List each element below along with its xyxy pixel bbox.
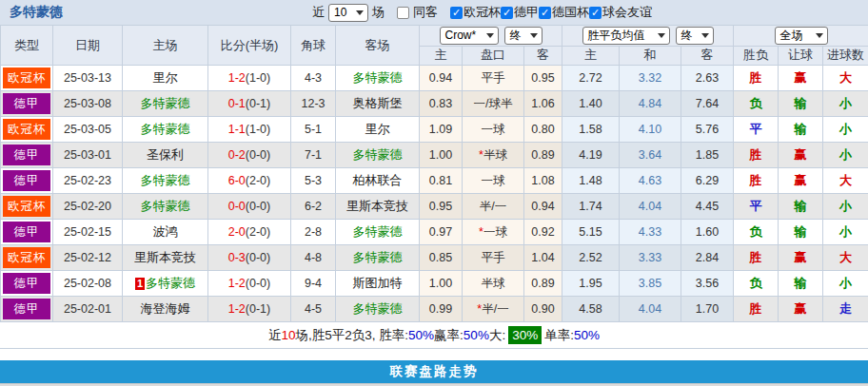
handicap-away-odds: 0.80	[524, 117, 562, 143]
handicap-result-cell: 输	[779, 91, 823, 117]
half-score: (0-1)	[246, 302, 270, 316]
summary-segment: 50%	[574, 328, 600, 342]
score-cell: 1-2(0-1)	[208, 297, 291, 322]
league-filter-3[interactable]: ✓球会友谊	[589, 4, 652, 21]
lose-odds: 2.63	[681, 66, 734, 91]
away-team-cell: 奥格斯堡	[336, 91, 420, 117]
handicap-result-cell: 赢	[779, 297, 823, 322]
league-type-cell: 德甲	[1, 271, 53, 297]
home-team-cell: 里斯本竞技	[123, 245, 208, 271]
odds-final-select[interactable]: 终	[676, 27, 714, 45]
full-score: 0-1	[228, 97, 246, 110]
checked-checkbox-icon[interactable]: ✓	[589, 7, 602, 19]
team-name: 里斯本竞技	[134, 250, 196, 264]
home-team-cell: 波鸿	[123, 220, 208, 245]
handicap-away-odds: 1.06	[524, 91, 562, 117]
handicap-result-cell: 输	[779, 117, 823, 143]
league-type-badge: 德甲	[3, 273, 50, 294]
col-score: 比分(半场)	[208, 26, 291, 66]
handicap-home-odds: 0.97	[420, 220, 463, 245]
handicap-line-cell: 一球	[463, 117, 524, 143]
half-score: (0-0)	[246, 148, 270, 162]
full-score: 0-2	[228, 148, 246, 162]
col-home: 主场	[123, 26, 208, 66]
handicap-away-odds: 0.92	[524, 220, 562, 245]
league-filter-1[interactable]: ✓德甲	[501, 4, 539, 21]
chevron-down-icon	[530, 33, 538, 38]
handicap-home-odds: 0.83	[420, 91, 463, 117]
match-row: 德甲25-02-15波鸿2-0(2-0)2-8多特蒙德0.97*一球0.925.…	[1, 220, 868, 245]
draw-odds: 3.33	[620, 245, 681, 271]
league-filter-label: 球会友谊	[602, 4, 652, 21]
match-row: 德甲25-02-081多特蒙德1-2(0-0)9-4斯图加特1.00半球0.89…	[1, 271, 868, 297]
chevron-down-icon	[816, 33, 823, 38]
handicap-change-icon: *	[479, 225, 483, 239]
recent-label: 近	[312, 4, 325, 21]
same-opponent-checkbox[interactable]	[397, 7, 409, 19]
odds-type-select[interactable]: 胜平负均值	[582, 27, 670, 45]
home-team-cell: 里尔	[123, 66, 208, 91]
handicap-change-icon: *	[479, 148, 483, 162]
win-odds: 1.95	[562, 271, 620, 297]
league-filter-2[interactable]: ✓德国杯	[539, 4, 589, 21]
away-team-cell: 多特蒙德	[336, 297, 420, 322]
handicap-away-odds: 0.94	[524, 194, 562, 220]
league-type-cell: 欧冠杯	[1, 194, 53, 220]
league-type-badge: 德甲	[3, 299, 50, 319]
corner-cell: 4-5	[291, 297, 336, 322]
match-row: 德甲25-03-08多特蒙德0-1(0-1)12-3奥格斯堡0.83一/球半1.…	[1, 91, 868, 117]
handicap-line-cell: 一球	[463, 168, 524, 194]
team-title: 多特蒙德	[10, 4, 63, 21]
score-cell: 0-0(0-0)	[208, 194, 291, 220]
team-name: 多特蒙德	[141, 96, 190, 110]
lose-odds: 4.45	[681, 194, 734, 220]
handicap-away-odds: 0.89	[524, 143, 562, 168]
away-team-cell: 斯图加特	[336, 271, 420, 297]
scope-select[interactable]: 全场	[775, 27, 828, 45]
draw-odds: 3.64	[620, 143, 681, 168]
goals-result-cell: 大	[823, 245, 868, 271]
date-cell: 25-02-23	[53, 168, 123, 194]
corner-cell: 4-3	[291, 66, 336, 91]
league-type-cell: 德甲	[1, 297, 53, 322]
summary-segment: 50%	[464, 328, 489, 342]
summary-segment: 30%	[508, 326, 542, 344]
summary-segment: 单率:	[544, 327, 574, 344]
match-table: 类型 日期 主场 比分(半场) 角球 客场 Crow* 终	[0, 25, 868, 322]
handicap-home-odds: 0.85	[420, 245, 463, 271]
team-name: 多特蒙德	[141, 122, 190, 136]
col-goals: 进球数	[823, 46, 868, 66]
footer-gap	[0, 349, 868, 360]
corner-cell: 5-3	[291, 168, 336, 194]
league-type-badge: 欧冠杯	[3, 247, 50, 268]
team-name: 海登海姆	[141, 301, 190, 316]
goals-result-cell: 小	[823, 271, 868, 297]
checked-checkbox-icon[interactable]: ✓	[450, 7, 463, 19]
summary-row: 近10场,胜5平2负3, 胜率:50% 赢率:50% 大:30%单率:50%	[0, 322, 868, 349]
handicap-result-cell: 赢	[779, 168, 823, 194]
col-away: 客场	[336, 26, 420, 66]
win-odds: 1.48	[562, 168, 620, 194]
league-trend-bar[interactable]: 联赛盘路走势	[0, 360, 868, 383]
full-score: 2-0	[228, 225, 246, 239]
checked-checkbox-icon[interactable]: ✓	[539, 7, 551, 19]
full-score: 1-1	[228, 123, 246, 136]
checked-checkbox-icon[interactable]: ✓	[501, 7, 513, 19]
league-filter-0[interactable]: ✓欧冠杯	[450, 4, 501, 21]
bookmaker-select[interactable]: Crow*	[440, 27, 499, 45]
team-name: 奥格斯堡	[353, 96, 403, 110]
win-odds: 5.15	[562, 220, 620, 245]
full-score: 1-2	[228, 71, 246, 85]
team-name: 多特蒙德	[141, 199, 190, 213]
handicap-away-odds: 0.90	[524, 297, 562, 322]
goals-result-cell: 小	[823, 220, 868, 245]
recent-count-select[interactable]: 10	[328, 4, 368, 22]
handicap-final-select[interactable]: 终	[504, 27, 542, 45]
handicap-line-cell: 半/一	[463, 194, 524, 220]
result-cell: 平	[734, 117, 779, 143]
league-type-cell: 欧冠杯	[1, 66, 53, 91]
handicap-home-odds: 0.81	[420, 168, 463, 194]
home-team-cell: 多特蒙德	[123, 194, 208, 220]
league-type-cell: 德甲	[1, 91, 53, 117]
result-cell: 负	[734, 91, 779, 117]
